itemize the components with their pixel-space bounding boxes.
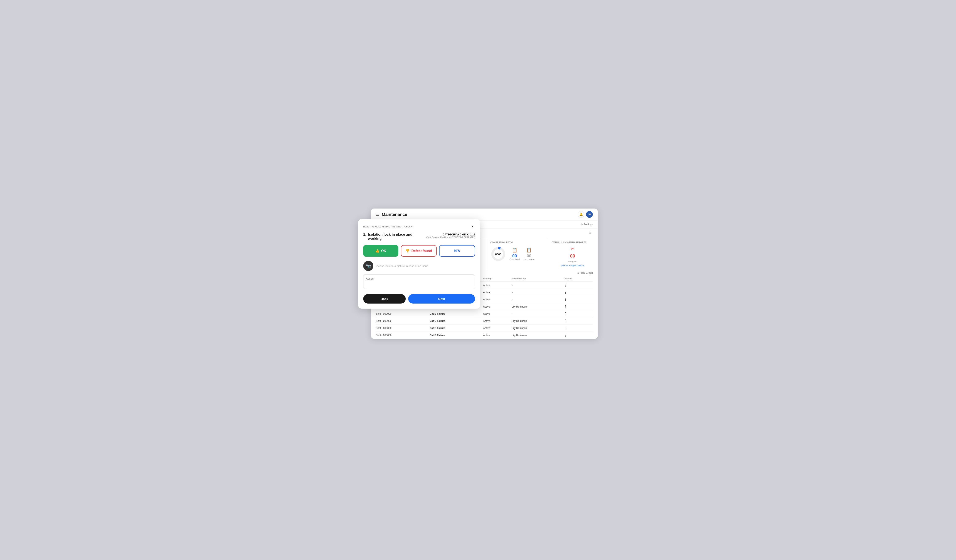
camera-section: 📷 Please include a picture in case of an… xyxy=(363,261,475,271)
table-row: Shift - 000000 Cat B Failure Active - ⋮ xyxy=(376,310,593,318)
hamburger-icon[interactable]: ☰ xyxy=(376,212,379,217)
unsigned-value: 00 xyxy=(570,253,575,259)
modal-overlay: HEAVY VEHICLE MINING PRE-START CHECK × 1… xyxy=(358,219,480,308)
na-button[interactable]: N/A xyxy=(439,245,475,256)
cell-activity: Active xyxy=(483,339,512,339)
col-actions: Actions xyxy=(564,275,593,282)
cell-shift: Shift - 000000 xyxy=(376,332,430,339)
completed-item: 📋 00 Completed xyxy=(509,248,520,261)
bell-icon: 🔔 xyxy=(579,213,583,216)
thumbs-up-icon: 👍 xyxy=(375,249,379,253)
cell-actions[interactable]: ⋮ xyxy=(564,296,593,303)
cell-reviewed: - xyxy=(512,296,564,303)
card-unsigned: OVERALL UNSIGNED REPORTS ✂ 00 Unsigned V… xyxy=(547,238,598,270)
cell-actions[interactable]: ⋮ xyxy=(564,282,593,289)
unsigned-title: OVERALL UNSIGNED REPORTS xyxy=(552,241,594,244)
hide-graph-button[interactable]: ∧ Hide Graph xyxy=(577,271,593,274)
table-row: Shift - 000000 Cat B Failure Active Lily… xyxy=(376,339,593,339)
cell-shift: Shift - 000000 xyxy=(376,339,430,339)
camera-icon: 📷 xyxy=(366,263,371,269)
cell-result: Cat B Failure xyxy=(430,339,483,339)
back-button[interactable]: Back xyxy=(363,294,406,304)
cell-activity: Active xyxy=(483,282,512,289)
screen-wrapper: ☰ Maintenance 🔔 JM Pre-Start Checks Work… xyxy=(358,209,598,351)
cell-activity: Active xyxy=(483,296,512,303)
modal-question-row: 1. Isolation lock in place and working C… xyxy=(363,233,475,241)
category-defects: Cat A Defects: Machine MUST NOT BE OPERA… xyxy=(426,236,475,239)
cell-shift: Shift - 000000 xyxy=(376,318,430,324)
header-left: ☰ Maintenance xyxy=(376,212,407,217)
completion-content: 0000 📋 00 Completed 📋 00 Incomplete xyxy=(491,246,543,262)
modal-header: HEAVY VEHICLE MINING PRE-START CHECK × xyxy=(363,224,475,229)
cell-activity: Active xyxy=(483,289,512,296)
cell-result: Cat B Failure xyxy=(430,332,483,339)
table-row: Shift - 000000 Cat C Failure Active Lily… xyxy=(376,318,593,324)
col-activity: Activity xyxy=(483,275,512,282)
completion-stats: 📋 00 Completed 📋 00 Incomplete xyxy=(509,248,534,261)
cell-result: Cat B Failure xyxy=(430,324,483,332)
cell-reviewed: Lily Robinson xyxy=(512,332,564,339)
bell-button[interactable]: 🔔 xyxy=(578,211,584,218)
view-all-unsigned-link[interactable]: View all unsigned reports xyxy=(561,264,584,267)
cell-activity: Active xyxy=(483,303,512,310)
completion-total: 0000 xyxy=(495,252,502,256)
completion-title: COMPLETION RATIO xyxy=(491,241,543,244)
camera-button[interactable]: 📷 xyxy=(363,261,373,271)
question-container: 1. Isolation lock in place and working xyxy=(363,233,423,241)
cell-activity: Active xyxy=(483,324,512,332)
cell-reviewed: Lily Robinson xyxy=(512,318,564,324)
modal-footer: Back Next xyxy=(363,294,475,304)
modal-question: Isolation lock in place and working xyxy=(368,233,423,241)
cell-actions[interactable]: ⋮ xyxy=(564,310,593,318)
answer-buttons: 👍 OK 👎 Defect found N/A xyxy=(363,245,475,256)
cell-reviewed: - xyxy=(512,289,564,296)
download-icon: ⬇ xyxy=(588,231,591,235)
completed-icon: 📋 xyxy=(512,248,517,253)
cell-result: Cat C Failure xyxy=(430,318,483,324)
cell-actions[interactable]: ⋮ xyxy=(564,339,593,339)
incomplete-icon: 📋 xyxy=(526,248,531,253)
col-reviewed: Reviewed by xyxy=(512,275,564,282)
avatar[interactable]: JM xyxy=(586,211,593,218)
header: ☰ Maintenance 🔔 JM xyxy=(371,209,598,220)
cell-actions[interactable]: ⋮ xyxy=(564,324,593,332)
completed-value: 00 xyxy=(512,253,517,258)
defect-button[interactable]: 👎 Defect found xyxy=(401,245,437,256)
category-check: CATEGORY A CHECK: 1/16 xyxy=(443,233,475,236)
cell-actions[interactable]: ⋮ xyxy=(564,318,593,324)
table-row: Shift - 000000 Cat B Failure Active Lily… xyxy=(376,332,593,339)
cell-reviewed: Lily Robinson xyxy=(512,339,564,339)
incomplete-item: 📋 00 Incomplete xyxy=(524,248,534,261)
settings-button[interactable]: ⚙ Settings xyxy=(580,223,593,226)
cell-shift: Shift - 000000 xyxy=(376,310,430,318)
cell-reviewed: - xyxy=(512,310,564,318)
table-row: Shift - 000000 Cat B Failure Active Lily… xyxy=(376,324,593,332)
download-button[interactable]: ⬇ xyxy=(587,230,593,236)
chevron-up-icon: ∧ xyxy=(577,271,579,274)
thumbs-down-icon: 👎 xyxy=(406,249,410,253)
unsigned-content: ✂ 00 Unsigned View all unsigned reports xyxy=(552,246,594,267)
incomplete-value: 00 xyxy=(527,253,531,258)
cell-result: Cat B Failure xyxy=(430,310,483,318)
camera-hint: Please include a picture in case of an i… xyxy=(376,264,428,267)
cell-shift: Shift - 000000 xyxy=(376,324,430,332)
completion-donut: 0000 xyxy=(491,246,506,262)
completed-label: Completed xyxy=(509,258,520,261)
cell-actions[interactable]: ⋮ xyxy=(564,303,593,310)
cell-activity: Active xyxy=(483,332,512,339)
ok-button[interactable]: 👍 OK xyxy=(363,245,398,256)
cell-actions[interactable]: ⋮ xyxy=(564,332,593,339)
action-textarea[interactable] xyxy=(363,274,475,289)
modal-close-button[interactable]: × xyxy=(470,224,475,229)
next-button[interactable]: Next xyxy=(408,294,475,304)
card-completion: COMPLETION RATIO 0000 📋 00 xyxy=(486,238,547,270)
unsigned-icon: ✂ xyxy=(571,246,574,252)
cell-activity: Active xyxy=(483,310,512,318)
cell-activity: Active xyxy=(483,318,512,324)
incomplete-label: Incomplete xyxy=(524,258,534,261)
cell-reviewed: - xyxy=(512,282,564,289)
cell-reviewed: Lily Robinson xyxy=(512,303,564,310)
gear-icon: ⚙ xyxy=(580,223,583,226)
cell-reviewed: Lily Robinson xyxy=(512,324,564,332)
cell-actions[interactable]: ⋮ xyxy=(564,289,593,296)
